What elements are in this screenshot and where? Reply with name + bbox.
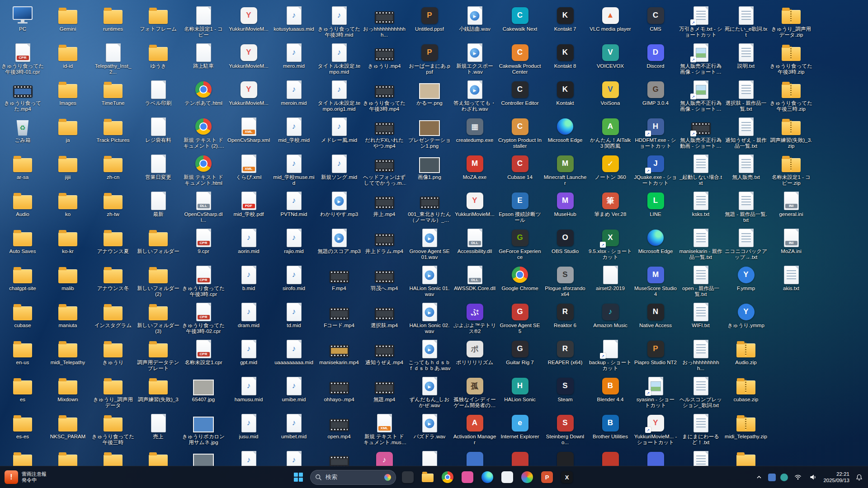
desktop-icon[interactable]: 画像1.png bbox=[407, 152, 452, 189]
desktop-icon[interactable]: ▶HALion Sonic 02.wav bbox=[407, 300, 452, 337]
google-chrome[interactable] bbox=[439, 468, 457, 486]
desktop-icon[interactable]: YYukkuriMovieM... bbox=[226, 41, 271, 78]
desktop-icon[interactable]: id-id bbox=[45, 41, 90, 78]
desktop-icon[interactable]: 売上 bbox=[136, 411, 181, 448]
microsoft-edge[interactable] bbox=[478, 468, 496, 486]
desktop-icon[interactable] bbox=[542, 448, 588, 466]
desktop-icon[interactable]: DLLAWSSDK.Core.dll bbox=[452, 263, 497, 300]
desktop-icon[interactable]: ♪ bbox=[271, 448, 316, 466]
powerpoint[interactable]: P bbox=[538, 468, 556, 486]
desktop-icon[interactable]: インスタグラム bbox=[90, 300, 136, 337]
desktop-icon[interactable]: きゅうり_調声用データ.zip bbox=[769, 4, 814, 41]
desktop-icon[interactable]: ♪gpt.mid bbox=[226, 337, 271, 374]
desktop-icon[interactable]: F.mp4 bbox=[316, 263, 362, 300]
desktop-icon[interactable]: おっhhhhhhhhhh... bbox=[678, 337, 723, 374]
desktop-icon[interactable]: XMLOpenCvSharp.xml bbox=[226, 115, 271, 152]
desktop-icon[interactable]: CPR9.cpr bbox=[181, 226, 226, 263]
desktop-icon[interactable]: TimeTune bbox=[90, 78, 136, 115]
desktop-icon[interactable]: midi_Telepathy bbox=[45, 337, 90, 374]
desktop-icon[interactable]: ♪mid_学校muse.mid bbox=[271, 152, 316, 189]
desktop-icon[interactable]: ヘルスコンプレッション_歌詞.txt bbox=[678, 374, 723, 411]
desktop-icon[interactable]: GGeForce Experience bbox=[497, 226, 542, 263]
desktop-icon[interactable]: CPRきゅうり食ってた午後3時-02.cpr bbox=[181, 300, 226, 337]
desktop-icon[interactable]: ♪uaaaaaaaaa.mid bbox=[271, 337, 316, 374]
pinned-app-round[interactable] bbox=[518, 468, 536, 486]
desktop-icon[interactable]: フォトフレーム bbox=[136, 4, 181, 41]
desktop-icon[interactable]: ♪meroin.mid bbox=[271, 78, 316, 115]
desktop-icon[interactable]: cubase.zip bbox=[723, 374, 769, 411]
desktop-icon[interactable]: CPRきゅうり食ってた午後3時-01.cpr bbox=[0, 41, 45, 78]
desktop-icon[interactable]: ♪mid_学校.mid bbox=[271, 115, 316, 152]
desktop-icon[interactable]: ♻ごみ箱 bbox=[0, 115, 45, 152]
desktop-icon[interactable]: だれだFXいれたやつ.mp4 bbox=[362, 115, 407, 152]
clock[interactable]: 22:21 2025/09/13 bbox=[823, 471, 849, 483]
desktop-icon[interactable]: ポポリリリリズム bbox=[452, 337, 497, 374]
desktop-icon[interactable]: Audio bbox=[0, 189, 45, 226]
desktop-icon[interactable]: ▶パズドラ.wav bbox=[407, 411, 452, 448]
desktop-icon[interactable]: cubase bbox=[0, 300, 45, 337]
desktop-icon[interactable]: おっhhhhhhhhhhhh... bbox=[362, 4, 407, 41]
desktop-icon[interactable]: ▶わかりやす.mp3 bbox=[316, 189, 362, 226]
desktop-icon[interactable]: 孤孤独なインディーゲーム開発者の一生... bbox=[452, 374, 497, 411]
desktop-icon[interactable]: きゅうり bbox=[90, 337, 136, 374]
desktop-icon[interactable]: ♪b.mid bbox=[226, 263, 271, 300]
desktop-icon[interactable]: PUntitled.ppsf bbox=[407, 4, 452, 41]
desktop-icon[interactable]: ar-sa bbox=[0, 152, 45, 189]
desktop-icon[interactable]: まにまにわーるど！.txt bbox=[678, 411, 723, 448]
desktop-icon[interactable]: ▶答え知ってても・わざれ.wav bbox=[452, 78, 497, 115]
desktop-icon[interactable] bbox=[678, 448, 723, 466]
desktop-icon[interactable]: きゅうり食ってた.mp4 bbox=[0, 78, 45, 115]
file-explorer[interactable] bbox=[419, 468, 437, 486]
desktop-icon[interactable]: INIgeneral.ini bbox=[769, 189, 814, 226]
desktop-icon[interactable]: MMuseHub bbox=[542, 189, 588, 226]
desktop-icon[interactable]: runtimes bbox=[90, 4, 136, 41]
desktop-icon[interactable]: 新しいフォルダー (2) bbox=[136, 263, 181, 300]
desktop-icon[interactable] bbox=[497, 448, 542, 466]
search-box[interactable]: 検索 bbox=[310, 470, 396, 485]
desktop-icon[interactable]: OOBS Studio bbox=[542, 226, 588, 263]
desktop-icon[interactable]: H↗HDDFMT.exe - ショートカット bbox=[633, 115, 678, 152]
desktop-icon[interactable]: アナウンス冬 bbox=[90, 263, 136, 300]
volume-icon[interactable] bbox=[808, 472, 819, 482]
desktop-icon[interactable]: ▶新規エクスポート.wav bbox=[452, 41, 497, 78]
desktop-icon[interactable]: ja bbox=[45, 115, 90, 152]
desktop-icon[interactable]: GGroove Agent SE 5 bbox=[497, 300, 542, 337]
desktop-icon[interactable]: ♪ bbox=[226, 448, 271, 466]
desktop-icon[interactable]: eInternet Explorer bbox=[497, 411, 542, 448]
desktop-icon[interactable]: ♪umibe.mid bbox=[271, 374, 316, 411]
desktop-icon[interactable]: Y↗YukkuriMovieM... - ショートカット bbox=[633, 411, 678, 448]
desktop-icon[interactable]: LLINE bbox=[633, 189, 678, 226]
desktop-icon[interactable]: Yきゅうり.ymmp bbox=[723, 300, 769, 337]
desktop-icon[interactable]: open - 親作品一覧.txt bbox=[678, 263, 723, 300]
desktop-icon[interactable]: midi_Telepathy.zip bbox=[723, 411, 769, 448]
desktop-icon[interactable]: GGuitar Rig 7 bbox=[497, 337, 542, 374]
desktop-icon[interactable]: Images bbox=[45, 78, 90, 115]
start-button[interactable] bbox=[289, 468, 307, 486]
desktop-icon[interactable]: 羽茂へ.mp4 bbox=[362, 263, 407, 300]
desktop-icon[interactable]: 説明.txt bbox=[723, 41, 769, 78]
desktop-icon[interactable]: ♪jusu.mid bbox=[226, 411, 271, 448]
desktop-icon[interactable]: es bbox=[0, 374, 45, 411]
desktop-icon[interactable]: ↗syasinn - ショートカット bbox=[633, 374, 678, 411]
desktop-icon[interactable]: 無題 - 親作品一覧.txt bbox=[723, 189, 769, 226]
tray-app-icon[interactable] bbox=[768, 474, 776, 481]
desktop-icon[interactable]: J↗JQuake.exe - ショートカット bbox=[633, 152, 678, 189]
desktop-icon[interactable] bbox=[45, 448, 90, 466]
desktop-icon[interactable]: 新規 テキスト ドキュメント (2).html bbox=[181, 115, 226, 152]
desktop-icon[interactable]: ↗万引きメモ.txt - ショートカット bbox=[678, 4, 723, 41]
desktop-icon[interactable]: ✓ノートン 360 bbox=[588, 152, 633, 189]
desktop-icon[interactable]: かるー.png bbox=[407, 78, 452, 115]
desktop-icon[interactable]: ♪PVTNd.mid bbox=[271, 189, 316, 226]
desktop-icon[interactable]: プレゼンテーション1.png bbox=[407, 115, 452, 152]
desktop-icon[interactable]: ♪rajio.mid bbox=[271, 226, 316, 263]
desktop-icon[interactable]: ♪タイトル未設定.tempo.mid bbox=[316, 41, 362, 78]
desktop-icon[interactable] bbox=[181, 448, 226, 466]
desktop-icon[interactable]: Telepathy_Inst_2... bbox=[90, 41, 136, 78]
desktop-icon[interactable]: maniuta bbox=[45, 300, 90, 337]
desktop-icon[interactable]: EEpson 接続診断ツール bbox=[497, 189, 542, 226]
desktop-icon[interactable]: ▶無題のスコア.mp3 bbox=[316, 226, 362, 263]
desktop-icon[interactable]: KKontakt 8 bbox=[542, 41, 588, 78]
desktop-icon[interactable]: ♪hamusu.mid bbox=[226, 374, 271, 411]
tray-chevron-up-icon[interactable] bbox=[755, 474, 764, 481]
desktop-icon[interactable]: akis.txt bbox=[769, 263, 814, 300]
